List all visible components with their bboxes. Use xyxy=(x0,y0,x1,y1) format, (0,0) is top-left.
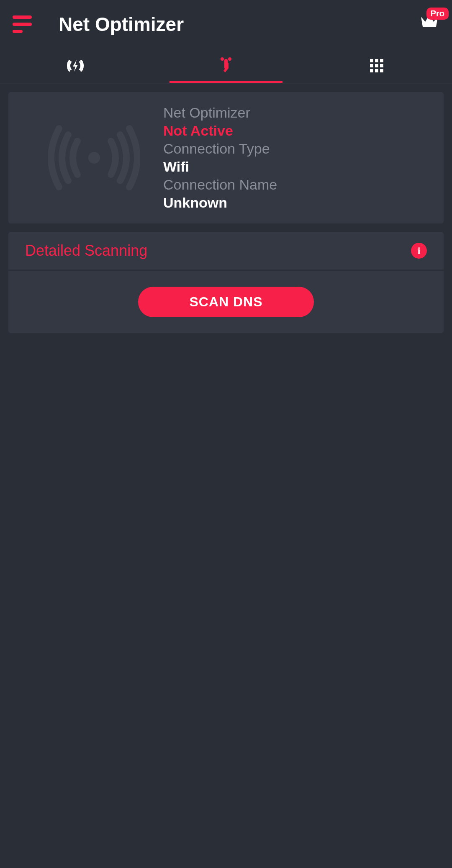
speed-wave-icon xyxy=(65,56,85,76)
menu-button[interactable] xyxy=(13,12,38,37)
status-info: Net Optimizer Not Active Connection Type… xyxy=(163,105,427,211)
menu-bar-icon xyxy=(13,15,32,19)
touch-icon xyxy=(216,56,236,76)
svg-rect-5 xyxy=(370,64,373,67)
app-status-label: Net Optimizer xyxy=(163,105,427,121)
svg-rect-2 xyxy=(370,59,373,62)
scan-header: Detailed Scanning i xyxy=(8,232,444,271)
scan-dns-button[interactable]: SCAN DNS xyxy=(138,287,314,317)
connection-type-value: Wifi xyxy=(163,159,427,175)
svg-rect-4 xyxy=(380,59,383,62)
info-button[interactable]: i xyxy=(411,243,427,259)
connection-name-value: Unknown xyxy=(163,195,427,211)
pro-badge: Pro xyxy=(426,8,449,20)
svg-point-0 xyxy=(221,57,224,61)
tab-bar xyxy=(0,48,452,84)
scan-card: Detailed Scanning i SCAN DNS xyxy=(8,232,444,333)
svg-rect-9 xyxy=(375,69,378,72)
connection-name-label: Connection Name xyxy=(163,177,427,193)
menu-bar-icon xyxy=(13,30,23,33)
svg-rect-6 xyxy=(375,64,378,67)
status-card: Net Optimizer Not Active Connection Type… xyxy=(8,92,444,223)
scan-section-title: Detailed Scanning xyxy=(25,242,147,259)
app-title: Net Optimizer xyxy=(59,13,184,36)
info-icon: i xyxy=(418,245,421,257)
scan-body: SCAN DNS xyxy=(8,271,444,333)
svg-rect-3 xyxy=(375,59,378,62)
tab-grid[interactable] xyxy=(301,48,452,83)
menu-bar-icon xyxy=(13,23,32,26)
tab-speed[interactable] xyxy=(0,48,151,83)
main-content: Net Optimizer Not Active Connection Type… xyxy=(0,84,452,350)
pro-button[interactable]: Pro xyxy=(419,13,439,30)
svg-rect-7 xyxy=(380,64,383,67)
svg-point-1 xyxy=(228,57,231,61)
wifi-signal-icon xyxy=(25,120,163,195)
svg-rect-8 xyxy=(370,69,373,72)
app-header: Net Optimizer Pro xyxy=(0,0,452,48)
tab-touch[interactable] xyxy=(151,48,301,83)
svg-point-11 xyxy=(88,152,100,164)
grid-icon xyxy=(367,56,387,76)
svg-rect-10 xyxy=(380,69,383,72)
app-status-value: Not Active xyxy=(163,123,427,139)
connection-type-label: Connection Type xyxy=(163,141,427,157)
